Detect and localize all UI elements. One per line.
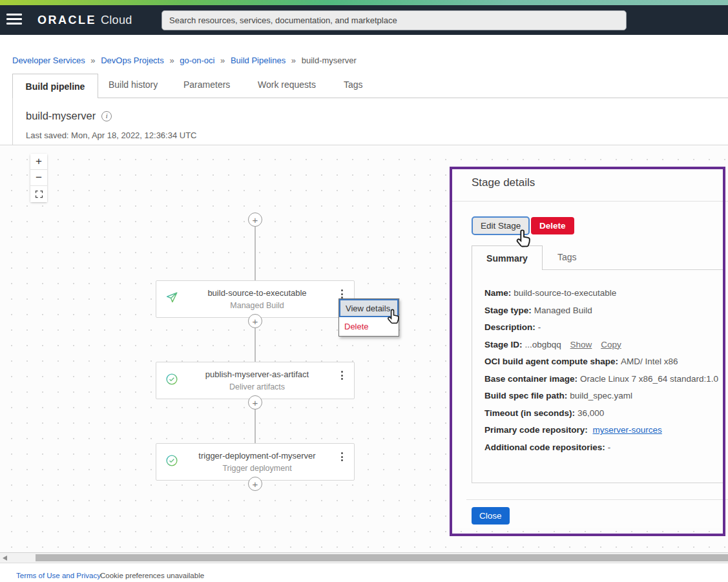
- terms-privacy-link[interactable]: Terms of Use and Privacy: [16, 572, 101, 579]
- cookie-preferences-text: Cookie preferences unavailable: [100, 572, 204, 579]
- tab-row-divider: [98, 98, 728, 98]
- add-stage-button[interactable]: +: [248, 477, 262, 491]
- stage-kebab-menu-icon[interactable]: [338, 371, 345, 380]
- zoom-out-icon[interactable]: −: [30, 170, 47, 186]
- field-stage-id: Stage ID:...obgbqq Show Copy: [484, 339, 718, 350]
- scroll-left-arrow-icon[interactable]: [3, 556, 7, 561]
- fit-to-screen-icon[interactable]: [30, 186, 47, 202]
- field-primary-code-repository: Primary code repository: myserver-source…: [484, 424, 718, 435]
- breadcrumb-separator: »: [291, 56, 296, 65]
- breadcrumb-separator: »: [169, 56, 174, 65]
- last-saved-text: Last saved: Mon, Apr 18, 2022, 12:36:34 …: [26, 130, 197, 140]
- stage-name: publish-myserver-as-artifact: [205, 369, 309, 379]
- horizontal-scrollbar: [0, 552, 728, 563]
- connector-line: [255, 410, 256, 443]
- search-input[interactable]: [161, 10, 627, 30]
- send-icon: [165, 291, 179, 307]
- primary-code-repository-link[interactable]: myserver-sources: [593, 425, 662, 435]
- stage-type: Deliver artifacts: [229, 382, 285, 391]
- field-base-container-image: Base container image:Oracle Linux 7 x86_…: [484, 373, 718, 384]
- canvas-zoom-controls: + −: [30, 154, 47, 202]
- panel-tab-tags[interactable]: Tags: [557, 252, 577, 262]
- check-circle-icon: [165, 453, 179, 470]
- breadcrumb-link-devops-projects[interactable]: DevOps Projects: [101, 56, 164, 65]
- connector-line: [255, 227, 256, 280]
- breadcrumb-link-project[interactable]: go-on-oci: [180, 56, 214, 65]
- logo-oracle-text: ORACLE: [37, 14, 96, 26]
- close-panel-button[interactable]: Close: [472, 507, 510, 525]
- summary-tab-content: Name:build-source-to-executable Stage ty…: [472, 269, 725, 483]
- panel-title: Stage details: [472, 176, 535, 189]
- panel-divider: [452, 201, 728, 202]
- breadcrumb: Developer Services » DevOps Projects » g…: [12, 56, 357, 65]
- zoom-in-icon[interactable]: +: [30, 154, 47, 170]
- menu-item-view-details[interactable]: View details: [339, 299, 399, 317]
- scrollbar-thumb[interactable]: [36, 554, 728, 561]
- field-name: Name:build-source-to-executable: [484, 287, 718, 298]
- tab-work-requests[interactable]: Work requests: [258, 79, 316, 90]
- add-stage-button[interactable]: +: [248, 314, 262, 328]
- field-timeout: Timeout (in seconds):36,000: [484, 408, 718, 419]
- stage-name: build-source-to-executable: [207, 288, 306, 298]
- tab-parameters[interactable]: Parameters: [183, 79, 230, 90]
- breadcrumb-separator: »: [90, 56, 95, 65]
- stage-type: Managed Build: [230, 301, 284, 310]
- panel-tab-summary[interactable]: Summary: [472, 245, 543, 270]
- stage-kebab-menu-icon[interactable]: [338, 452, 345, 461]
- show-stage-id-link[interactable]: Show: [570, 340, 592, 349]
- stage-node-build-source[interactable]: build-source-to-executable Managed Build: [156, 280, 355, 318]
- field-additional-code-repositories: Additional code repositories:-: [484, 442, 718, 453]
- stage-node-publish-artifact[interactable]: publish-myserver-as-artifact Deliver art…: [156, 362, 355, 399]
- edit-stage-button[interactable]: Edit Stage: [472, 216, 530, 235]
- field-build-spec-path: Build spec file path:build_spec.yaml: [484, 390, 718, 401]
- field-description: Description:-: [484, 322, 718, 333]
- menu-item-delete[interactable]: Delete: [339, 317, 399, 336]
- hamburger-menu-icon[interactable]: [6, 14, 23, 26]
- check-circle-icon: [165, 372, 179, 389]
- tab-build-history[interactable]: Build history: [109, 79, 158, 90]
- stage-context-menu: View details Delete: [338, 298, 399, 337]
- add-stage-button[interactable]: +: [248, 213, 262, 227]
- oracle-cloud-logo: ORACLECloud: [37, 14, 132, 27]
- stage-name: trigger-deployment-of-myserver: [198, 451, 315, 461]
- breadcrumb-current: build-myserver: [302, 56, 357, 65]
- page-footer: Terms of Use and Privacy Cookie preferen…: [0, 563, 728, 582]
- breadcrumb-link-build-pipelines[interactable]: Build Pipelines: [231, 56, 286, 65]
- connector-line: [255, 328, 256, 362]
- add-stage-button[interactable]: +: [248, 395, 262, 410]
- page-title: build-myserver i: [26, 110, 112, 122]
- field-compute-shape: OCI build agent compute shape:AMD/ Intel…: [484, 356, 718, 367]
- top-header: ORACLECloud: [0, 5, 728, 35]
- breadcrumb-link-developer-services[interactable]: Developer Services: [12, 56, 85, 65]
- stage-type: Trigger deployment: [222, 464, 291, 473]
- tab-build-pipeline[interactable]: Build pipeline: [12, 74, 98, 98]
- stage-kebab-menu-icon[interactable]: [338, 289, 345, 298]
- delete-stage-button[interactable]: Delete: [531, 217, 574, 234]
- tab-tags[interactable]: Tags: [344, 79, 363, 90]
- brand-gradient-bar: [0, 0, 728, 5]
- stage-details-panel: Stage details Edit Stage Delete Summary …: [452, 169, 728, 528]
- tab-panel-left-border: [12, 98, 13, 145]
- stage-node-trigger-deployment[interactable]: trigger-deployment-of-myserver Trigger d…: [156, 443, 355, 481]
- info-icon[interactable]: i: [101, 111, 112, 121]
- breadcrumb-separator: »: [220, 56, 225, 65]
- panel-divider: [466, 499, 728, 500]
- field-stage-type: Stage type:Managed Build: [484, 305, 718, 316]
- copy-stage-id-link[interactable]: Copy: [601, 340, 621, 349]
- oracle-cloud-console: ORACLECloud Developer Services » DevOps …: [0, 0, 728, 582]
- logo-cloud-text: Cloud: [101, 14, 132, 26]
